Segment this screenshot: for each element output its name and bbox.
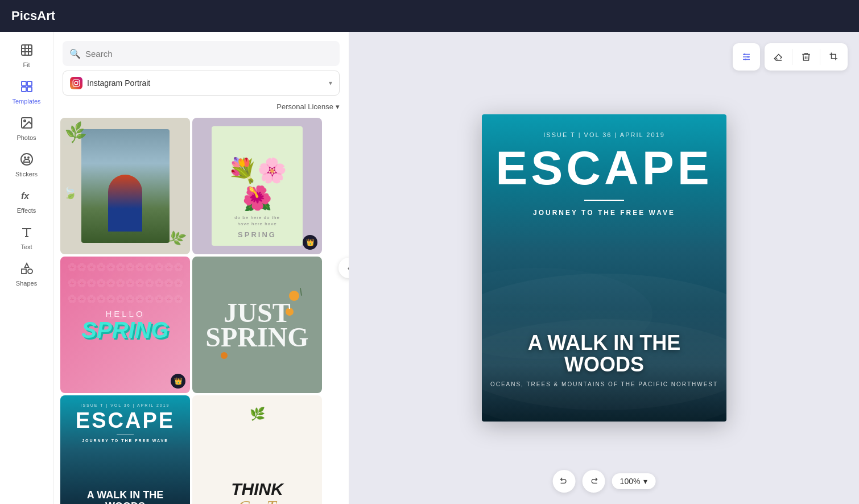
canvas-toolbar bbox=[733, 43, 848, 71]
crown-badge-hello-spring: 👑 bbox=[171, 374, 185, 389]
svg-point-6 bbox=[24, 120, 26, 122]
text-icon bbox=[20, 225, 34, 241]
canvas-bottom-text: A WALK IN THE WOODS OCEANS, TREES & MOUN… bbox=[482, 332, 726, 387]
delete-button[interactable] bbox=[792, 43, 820, 71]
template-card-just-spring[interactable]: JUSTSPRING bbox=[192, 257, 322, 393]
main-layout: Fit Templates Pho bbox=[0, 32, 859, 504]
svg-rect-2 bbox=[27, 81, 32, 86]
app-logo: PicsArt bbox=[11, 9, 55, 23]
format-label: Instagram Portrait bbox=[87, 79, 150, 88]
canvas-card: ISSUE T | VOL 36 | APRIL 2019 ESCAPE JOU… bbox=[482, 114, 726, 422]
effects-icon: fx bbox=[20, 189, 34, 205]
canvas-journey-text: JOURNEY TO THE FREE WAVE bbox=[533, 209, 675, 217]
template-card-think-spring[interactable]: 🌿 THINK CooT bbox=[192, 395, 322, 504]
instagram-icon bbox=[70, 77, 82, 89]
search-bar[interactable]: 🔍 bbox=[63, 41, 340, 66]
sidebar-label-stickers: Stickers bbox=[15, 171, 38, 177]
format-left: Instagram Portrait bbox=[70, 77, 150, 89]
sidebar: Fit Templates Pho bbox=[0, 32, 53, 504]
canvas-issue-line: ISSUE T | VOL 36 | APRIL 2019 bbox=[543, 131, 665, 138]
templates-icon bbox=[20, 80, 34, 96]
sidebar-item-photos[interactable]: Photos bbox=[0, 110, 53, 147]
template-card-escape[interactable]: ISSUE T | VOL 36 | APRIL 2019 ESCAPE JOU… bbox=[60, 395, 190, 504]
erase-button[interactable] bbox=[765, 43, 792, 71]
sidebar-label-effects: Effects bbox=[17, 207, 36, 214]
template-card-spring-flowers[interactable]: 💐🌸🌺 do be here do thehave here have SPRI… bbox=[192, 118, 322, 254]
topbar: PicsArt bbox=[0, 0, 859, 32]
toolbar-group-actions bbox=[765, 43, 848, 71]
svg-rect-12 bbox=[73, 80, 80, 86]
shapes-icon bbox=[20, 262, 34, 278]
svg-rect-4 bbox=[27, 87, 32, 92]
sidebar-label-fit: Fit bbox=[23, 61, 30, 68]
sidebar-item-text[interactable]: Text bbox=[0, 220, 53, 256]
toolbar-group-adjust bbox=[733, 43, 760, 71]
canvas-area: ISSUE T | VOL 36 | APRIL 2019 ESCAPE JOU… bbox=[349, 32, 859, 504]
svg-point-11 bbox=[28, 269, 32, 274]
adjust-button[interactable] bbox=[733, 43, 760, 71]
sidebar-label-templates: Templates bbox=[12, 98, 40, 105]
templates-panel: 🔍 Instagram Portrait ▾ Personal Licens bbox=[53, 32, 349, 504]
svg-point-14 bbox=[77, 81, 79, 82]
templates-grid: 🌿 🌿 🍃 💐🌸🌺 do be here do thehave here hav… bbox=[53, 115, 349, 504]
fit-icon bbox=[20, 43, 34, 59]
search-icon: 🔍 bbox=[69, 48, 81, 59]
zoom-selector[interactable]: 100% ▾ bbox=[612, 473, 656, 489]
sidebar-item-effects[interactable]: fx Effects bbox=[0, 183, 53, 220]
redo-button[interactable] bbox=[583, 470, 605, 493]
svg-text:fx: fx bbox=[21, 191, 30, 201]
svg-rect-0 bbox=[22, 45, 32, 55]
crop-button[interactable] bbox=[820, 43, 848, 71]
stickers-icon bbox=[20, 152, 34, 168]
svg-point-7 bbox=[24, 157, 26, 158]
undo-button[interactable] bbox=[553, 470, 576, 493]
svg-point-8 bbox=[28, 157, 29, 158]
canvas-main-title: ESCAPE bbox=[495, 144, 712, 192]
sidebar-label-photos: Photos bbox=[16, 134, 36, 141]
svg-point-20 bbox=[745, 59, 746, 60]
template-card-hello-spring[interactable]: 🌸🌸🌸🌸🌸🌸🌸🌸🌸🌸🌸🌸🌸🌸🌸🌸🌸🌸🌸🌸🌸🌸🌸🌸🌸🌸🌸🌸🌸🌸🌸🌸🌸🌸🌸🌸🌸🌸🌸🌸… bbox=[60, 257, 190, 393]
license-chevron-icon: ▾ bbox=[336, 102, 340, 111]
sidebar-item-templates[interactable]: Templates bbox=[0, 74, 53, 110]
sidebar-item-fit[interactable]: Fit bbox=[0, 38, 53, 74]
sidebar-item-stickers[interactable]: Stickers bbox=[0, 147, 53, 183]
svg-point-19 bbox=[748, 56, 749, 58]
sidebar-label-shapes: Shapes bbox=[16, 280, 37, 287]
license-label[interactable]: Personal License ▾ bbox=[276, 102, 340, 111]
zoom-chevron-icon: ▾ bbox=[643, 477, 647, 486]
zoom-level: 100% bbox=[620, 477, 641, 486]
photos-icon bbox=[20, 116, 34, 132]
canvas-background: ISSUE T | VOL 36 | APRIL 2019 ESCAPE JOU… bbox=[482, 114, 726, 422]
svg-point-13 bbox=[75, 81, 78, 85]
format-chevron-icon: ▾ bbox=[329, 79, 332, 87]
sidebar-label-text: Text bbox=[20, 243, 32, 250]
svg-rect-10 bbox=[22, 269, 26, 274]
svg-point-18 bbox=[744, 53, 746, 55]
format-selector[interactable]: Instagram Portrait ▾ bbox=[63, 71, 340, 96]
canvas-description: OCEANS, TREES & MOUNTAINS OF THE PACIFIC… bbox=[482, 381, 726, 387]
svg-rect-1 bbox=[22, 81, 26, 86]
crown-badge-spring: 👑 bbox=[303, 235, 317, 250]
template-card-floral-portrait[interactable]: 🌿 🌿 🍃 bbox=[60, 118, 190, 254]
sidebar-item-shapes[interactable]: Shapes bbox=[0, 256, 53, 292]
canvas-bottom-controls: 100% ▾ bbox=[553, 470, 656, 493]
search-input[interactable] bbox=[85, 49, 333, 59]
svg-rect-3 bbox=[22, 87, 26, 92]
license-bar: Personal License ▾ bbox=[53, 100, 349, 115]
